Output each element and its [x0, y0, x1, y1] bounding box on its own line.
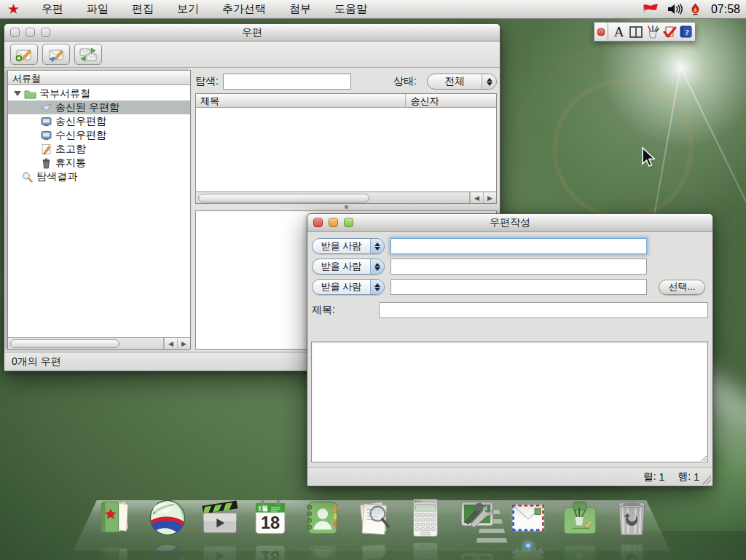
- scrollbar-thumb[interactable]: [198, 194, 369, 202]
- compose-mail-button[interactable]: [10, 44, 38, 65]
- folder-trash[interactable]: 휴지통: [8, 156, 190, 170]
- calendar-icon: 1월 18: [249, 497, 291, 539]
- menu-options[interactable]: 추가선택: [211, 2, 278, 16]
- recipient-input-2[interactable]: [390, 259, 647, 275]
- trash-icon: [610, 497, 653, 539]
- menu-help[interactable]: 도움말: [323, 2, 379, 16]
- folder-label: 송신된 우편함: [55, 101, 119, 114]
- row-value: 1: [694, 471, 699, 483]
- mail-titlebar[interactable]: 우편: [4, 24, 500, 42]
- outbox-icon: [40, 116, 52, 127]
- redstar-logo-icon[interactable]: ★: [7, 2, 20, 16]
- menu-attach[interactable]: 첨부: [278, 2, 323, 16]
- mail-icon: [507, 497, 549, 539]
- folder-sent-mailbox[interactable]: 송신된 우편함: [8, 100, 190, 114]
- calendar-icon-reflection: 1월 18: [249, 540, 291, 560]
- dropdown-stepper-icon[interactable]: [482, 74, 496, 89]
- recipient-type-dropdown-2[interactable]: 받을 사람: [312, 259, 385, 275]
- compose-titlebar[interactable]: 우편작성: [307, 214, 712, 232]
- help-book-icon[interactable]: ?: [678, 23, 694, 40]
- dropdown-stepper-icon[interactable]: [370, 280, 384, 294]
- documents-icon: [95, 497, 137, 539]
- compose-mail-icon: [15, 47, 34, 62]
- reply-mail-button[interactable]: [42, 44, 70, 65]
- dock-document-viewer[interactable]: [351, 495, 396, 540]
- green-folder-icon: [24, 88, 36, 100]
- subject-label: 제목:: [312, 304, 335, 317]
- palette-close-button[interactable]: [597, 28, 605, 36]
- folder-inbox[interactable]: 수신우편함: [8, 128, 190, 142]
- format-palette: A ?: [594, 22, 696, 42]
- dock-media-player[interactable]: [197, 495, 242, 540]
- dock-calculator[interactable]: [403, 495, 448, 540]
- column-sender[interactable]: 송신자: [406, 94, 496, 107]
- folder-tree: 국부서류철 송신된 우편함 송신우편함: [8, 85, 190, 337]
- dock-web-browser[interactable]: [145, 495, 190, 540]
- folder-search-results[interactable]: 탐색결과: [8, 170, 190, 184]
- scroll-right-arrow[interactable]: ▶: [483, 192, 496, 203]
- recipient-input-1[interactable]: [390, 238, 647, 254]
- mail-toolbar: [4, 42, 500, 68]
- scroll-left-arrow[interactable]: ◀: [164, 338, 177, 349]
- scroll-right-arrow[interactable]: ▶: [177, 338, 190, 349]
- dock-stationery[interactable]: [557, 495, 602, 540]
- message-list-rows[interactable]: [196, 108, 496, 192]
- folder-outbox[interactable]: 송신우편함: [8, 114, 190, 128]
- system-settings-icon: [456, 497, 498, 539]
- folder-column-header[interactable]: 서류철: [8, 71, 190, 85]
- svg-text:1월: 1월: [258, 505, 268, 512]
- pane-splitter[interactable]: [195, 204, 497, 210]
- address-book-icon-reflection: [301, 540, 343, 560]
- red-flag-icon[interactable]: [642, 3, 659, 15]
- scroll-left-arrow[interactable]: ◀: [470, 192, 483, 203]
- font-icon[interactable]: A: [610, 23, 627, 40]
- spell-check-icon[interactable]: [661, 23, 678, 40]
- search-input[interactable]: [223, 74, 351, 90]
- dropdown-stepper-icon[interactable]: [370, 239, 384, 253]
- paper-plane-icon: [40, 102, 52, 114]
- status-filter-dropdown[interactable]: 전체: [427, 74, 497, 90]
- recipient-type-dropdown-1[interactable]: 받을 사람: [312, 238, 385, 254]
- clock[interactable]: 07:58: [711, 3, 740, 16]
- send-receive-button[interactable]: [74, 44, 102, 65]
- dock-mail[interactable]: [506, 495, 551, 540]
- dock-system-settings[interactable]: [455, 495, 500, 540]
- folder-label: 휴지통: [55, 157, 86, 170]
- recipient-row-3: 받을 사람 선택...: [312, 279, 705, 295]
- column-label: 렬:: [643, 470, 656, 484]
- magnifier-icon: [21, 171, 34, 183]
- resize-grip[interactable]: [702, 475, 711, 484]
- volume-icon[interactable]: [667, 3, 683, 15]
- expand-arrow-icon[interactable]: [14, 91, 21, 96]
- message-body-textarea[interactable]: [311, 342, 708, 462]
- message-list: 제목 송신자: [195, 93, 497, 192]
- menu-file[interactable]: 파일: [75, 2, 120, 16]
- sidebar-horizontal-scrollbar[interactable]: ◀ ▶: [8, 337, 190, 349]
- message-list-header: 제목 송신자: [196, 94, 496, 108]
- folder-local-root[interactable]: 국부서류철: [8, 87, 190, 100]
- recipient-row-1: 받을 사람: [312, 238, 647, 254]
- recipient-input-3[interactable]: [390, 279, 647, 295]
- dock-address-book[interactable]: [299, 495, 345, 540]
- folder-drafts[interactable]: 초고함: [8, 142, 190, 156]
- pen-cup-icon[interactable]: [644, 23, 661, 40]
- dropdown-stepper-icon[interactable]: [370, 259, 384, 274]
- menu-view[interactable]: 보기: [165, 2, 211, 16]
- scrollbar-thumb[interactable]: [10, 339, 119, 348]
- status-filter-value: 전체: [428, 75, 482, 88]
- subject-input[interactable]: [379, 302, 708, 318]
- select-recipient-button[interactable]: 선택...: [659, 280, 705, 295]
- status-label: 상태:: [393, 75, 417, 88]
- folder-label: 초고함: [55, 143, 86, 156]
- menu-edit[interactable]: 편집: [120, 2, 165, 16]
- menu-mail[interactable]: 우편: [30, 2, 75, 16]
- recipient-type-dropdown-3[interactable]: 받을 사람: [312, 279, 385, 295]
- columns-layout-icon[interactable]: [627, 23, 644, 40]
- dock-trash[interactable]: [609, 495, 654, 540]
- search-row: 탐색: 상태: 전체: [195, 70, 497, 93]
- alert-flame-icon[interactable]: [690, 3, 701, 16]
- dock-documents[interactable]: [93, 495, 138, 540]
- dock-calendar[interactable]: 1월 18 1월 18: [248, 495, 293, 540]
- column-subject[interactable]: 제목: [196, 94, 406, 107]
- list-horizontal-scrollbar[interactable]: ◀ ▶: [195, 192, 497, 204]
